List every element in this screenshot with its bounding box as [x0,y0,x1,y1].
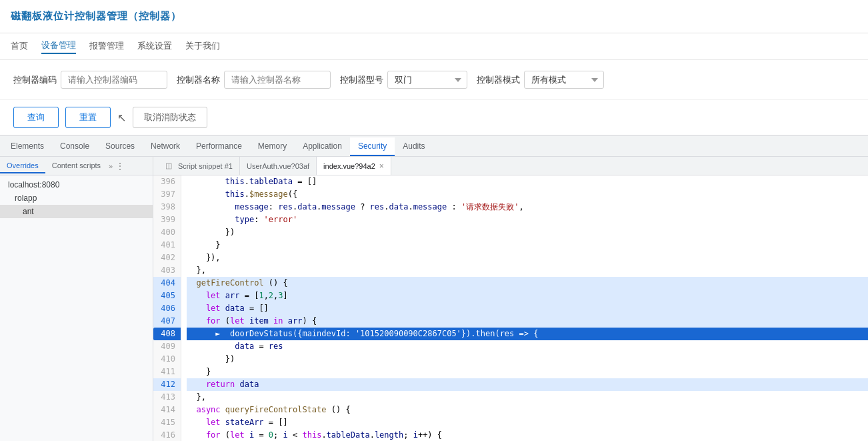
code-line-408: ► doorDevStatus({maindevId: '10152009009… [187,328,868,340]
code-line-403: }, [187,264,868,277]
tab-security[interactable]: Security [350,137,395,156]
controller-mode-select[interactable]: 所有模式 [524,71,604,89]
file-tabs: ◫ Script snippet #1 UserAuth.vue?03af in… [153,157,868,175]
code-line-409: data = res [187,340,868,353]
code-line-401: } [187,239,868,252]
nav-item-home[interactable]: 首页 [11,40,28,53]
code-line-398: message: res.data.message ? res.data.mes… [187,201,868,213]
code-line-414: async queryFireControlState () { [187,404,868,416]
devtools-tabs: Elements Console Sources Network Perform… [0,135,868,157]
tab-sources[interactable]: Sources [97,137,143,156]
ln-402: 402 [153,252,181,264]
code-editor: 396 397 398 399 400 401 402 403 404 405 … [153,175,868,441]
ln-407: 407 [153,315,181,328]
controller-name-group: 控制器名称 [177,71,331,89]
code-line-411: } [187,366,868,378]
ln-397: 397 [153,188,181,201]
file-tab-index[interactable]: index.vue?94a2 × [317,157,391,175]
ln-403: 403 [153,264,181,277]
file-tab-userauth[interactable]: UserAuth.vue?03af [240,157,317,175]
ln-414: 414 [153,404,181,416]
controller-model-group: 控制器型号 双门 [340,71,467,89]
nav-item-devices[interactable]: 设备管理 [41,39,76,54]
page-title: 磁翻板液位计控制器管理（控制器） [11,10,181,23]
sidebar-menu-icon[interactable]: ⋮ [113,161,127,171]
ln-406: 406 [153,302,181,315]
ln-399: 399 [153,213,181,226]
top-bar: 磁翻板液位计控制器管理（控制器） [0,0,868,33]
code-line-413: }, [187,391,868,404]
sidebar-tab-content-scripts[interactable]: Content scripts [45,159,107,173]
controller-mode-group: 控制器模式 所有模式 [477,71,604,89]
ln-409: 409 [153,340,181,353]
code-line-399: type: 'error' [187,213,868,226]
sidebar-tab-overrides[interactable]: Overrides [0,159,45,173]
controller-model-label: 控制器型号 [340,74,383,86]
sources-sidebar: Overrides Content scripts » ⋮ localhost:… [0,157,153,441]
ln-410: 410 [153,353,181,366]
ln-401: 401 [153,239,181,252]
controller-name-label: 控制器名称 [177,74,220,86]
file-tab-snippet[interactable]: ◫ Script snippet #1 [156,157,240,175]
tab-memory[interactable]: Memory [250,137,295,156]
cancel-status-button[interactable]: 取消消防状态 [133,107,207,128]
tab-audits[interactable]: Audits [395,137,433,156]
code-line-400: }) [187,226,868,239]
controller-model-select[interactable]: 双门 [387,71,467,89]
sidebar-tabs: Overrides Content scripts » ⋮ [0,157,153,175]
code-line-416: for (let i = 0; i < this.tableData.lengt… [187,429,868,441]
file-tab-index-label: index.vue?94a2 [323,162,375,170]
ln-405: 405 [153,290,181,302]
code-line-396: this.tableData = [] [187,175,868,188]
tree-item-ant[interactable]: ant [0,205,153,218]
code-lines[interactable]: this.tableData = [] this.$message({ mess… [181,175,868,441]
code-line-405: let arr = [1,2,3] [187,290,868,302]
ln-411: 411 [153,366,181,378]
file-tab-userauth-label: UserAuth.vue?03af [247,162,309,170]
controller-code-group: 控制器编码 [13,71,167,89]
sources-tree: localhost:8080 rolapp ant [0,175,153,441]
nav-bar: 首页 设备管理 报警管理 系统设置 关于我们 [0,33,868,60]
tab-console[interactable]: Console [52,137,97,156]
nav-item-about[interactable]: 关于我们 [185,40,220,53]
tab-elements[interactable]: Elements [3,137,52,156]
tab-performance[interactable]: Performance [188,137,250,156]
nav-item-settings[interactable]: 系统设置 [137,40,172,53]
ln-415: 415 [153,416,181,429]
query-button[interactable]: 查询 [13,107,59,128]
file-tab-close-icon[interactable]: × [379,162,384,170]
code-line-407: for (let item in arr) { [187,315,868,328]
controller-code-input[interactable] [61,71,167,89]
ln-398: 398 [153,201,181,213]
tree-item-localhost[interactable]: localhost:8080 [0,178,153,191]
controller-name-input[interactable] [224,71,331,89]
ln-408: 408 [153,328,181,340]
reset-button[interactable]: 重置 [65,107,111,128]
cursor-indicator: ↖ [117,111,126,124]
ln-404: 404 [153,277,181,290]
tab-network[interactable]: Network [143,137,188,156]
file-tab-snippet-label: Script snippet #1 [178,162,233,170]
code-line-406: let data = [] [187,302,868,315]
code-line-415: let stateArr = [] [187,416,868,429]
ln-413: 413 [153,391,181,404]
search-bar: 控制器编码 控制器名称 控制器型号 双门 控制器模式 所有模式 [0,60,868,100]
controller-code-label: 控制器编码 [13,74,57,86]
ln-400: 400 [153,226,181,239]
ln-412: 412 [153,378,181,391]
code-line-397: this.$message({ [187,188,868,201]
code-line-412: return data [187,378,868,391]
code-line-404: getFireControl () { [187,277,868,290]
controller-mode-label: 控制器模式 [477,74,520,86]
button-row: 查询 重置 ↖ 取消消防状态 [0,100,868,135]
nav-item-alarms[interactable]: 报警管理 [89,40,124,53]
tab-application[interactable]: Application [295,137,350,156]
code-line-410: }) [187,353,868,366]
snippet-icon: ◫ [163,160,175,172]
ln-396: 396 [153,175,181,188]
line-numbers: 396 397 398 399 400 401 402 403 404 405 … [153,175,181,441]
tree-item-rolapp[interactable]: rolapp [0,191,153,205]
ln-416: 416 [153,429,181,441]
sources-panel: Overrides Content scripts » ⋮ localhost:… [0,157,868,441]
code-line-402: }), [187,252,868,264]
